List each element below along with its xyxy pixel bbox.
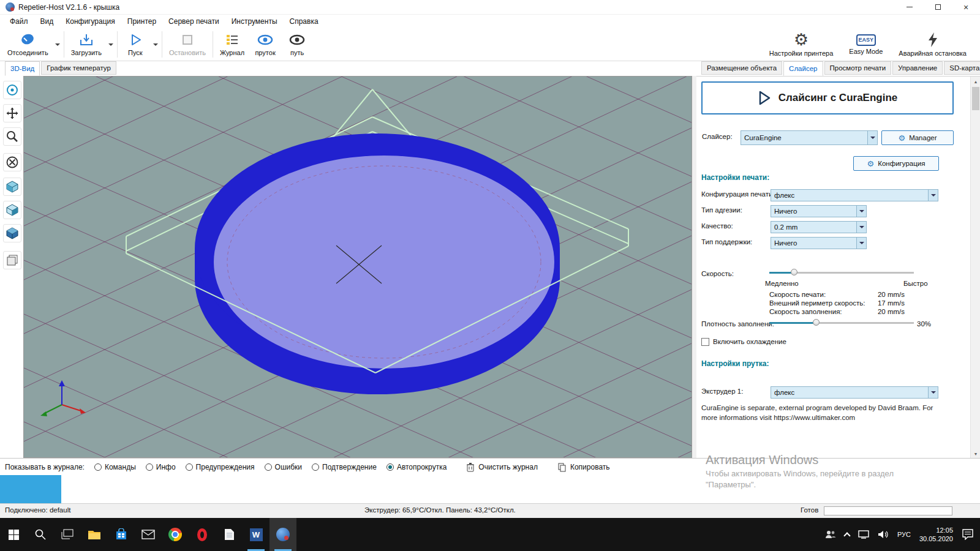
3d-scene	[24, 77, 692, 458]
network-icon[interactable]	[858, 530, 869, 539]
configuration-button[interactable]: ⚙ Конфигурация	[853, 156, 939, 171]
language-indicator[interactable]: РУС	[897, 531, 911, 538]
infill-slider-thumb[interactable]	[813, 319, 820, 326]
menu-view[interactable]: Вид	[34, 15, 60, 28]
hidden-icons-chevron[interactable]	[843, 532, 850, 539]
slicer-panel: Слайсинг с CuraEngine Слайсер: CuraEngin…	[696, 76, 980, 458]
chevron-down-icon[interactable]	[928, 190, 938, 201]
adhesion-select[interactable]: Ничего	[771, 205, 867, 217]
tab-print-preview[interactable]: Просмотр печати	[824, 61, 892, 75]
scroll-up-icon[interactable]: ▲	[971, 77, 980, 86]
tab-temperature-graph[interactable]: График температур	[41, 61, 116, 75]
panel-splitter[interactable]	[692, 76, 696, 458]
show-filament-button[interactable]: пруток	[249, 28, 281, 61]
scroll-down-icon[interactable]: ▼	[971, 449, 980, 459]
task-view-button[interactable]	[54, 518, 81, 551]
disconnect-button[interactable]: Отсоединить	[2, 28, 53, 61]
tab-object-placement[interactable]: Размещение объекта	[701, 61, 782, 75]
rotate-view-button[interactable]	[3, 81, 21, 99]
side-cube-icon	[6, 227, 19, 240]
print-config-select[interactable]: флекс	[771, 189, 938, 201]
infill-density-slider[interactable]	[769, 319, 914, 326]
tab-sd-card[interactable]: SD-карта	[944, 61, 980, 75]
panel-scrollbar[interactable]: ▲ ▼	[970, 77, 980, 459]
windows-taskbar: W РУС 12:05 30.05.2020	[0, 518, 980, 551]
load-button[interactable]: Загрузить	[66, 28, 107, 61]
repetier-host-button[interactable]	[270, 518, 296, 551]
volume-icon[interactable]	[878, 530, 889, 539]
front-view-button[interactable]	[3, 201, 21, 219]
menu-printer[interactable]: Принтер	[121, 15, 162, 28]
filter-errors[interactable]: Ошибки	[265, 463, 303, 471]
printed-object[interactable]	[195, 133, 560, 394]
minimize-button[interactable]	[895, 0, 924, 15]
menu-help[interactable]: Справка	[284, 15, 325, 28]
speed-slider[interactable]	[769, 269, 914, 276]
zoom-button[interactable]	[3, 127, 21, 146]
manager-button[interactable]: ⚙ Manager	[881, 130, 954, 145]
start-button[interactable]: Пуск	[119, 28, 151, 61]
printer-settings-button[interactable]: ⚙ Настройки принтера	[764, 28, 839, 61]
menu-config[interactable]: Конфигурация	[59, 15, 121, 28]
chevron-down-icon[interactable]	[856, 222, 866, 233]
app-icon	[6, 2, 15, 12]
chevron-down-icon[interactable]	[856, 206, 866, 217]
maximize-icon	[935, 4, 941, 10]
taskbar-search-button[interactable]	[27, 518, 54, 551]
mail-button[interactable]	[135, 518, 162, 551]
copy-log-button[interactable]: Копировать	[557, 462, 610, 472]
filter-ack[interactable]: Подтверждение	[312, 463, 377, 471]
notepad-button[interactable]	[216, 518, 243, 551]
chevron-down-icon[interactable]	[856, 238, 866, 249]
start-button[interactable]	[0, 518, 27, 551]
tab-manual-control[interactable]: Управление	[892, 61, 943, 75]
support-select[interactable]: Ничего	[771, 237, 867, 249]
scrollbar-thumb[interactable]	[972, 87, 979, 110]
isometric-view-button[interactable]	[3, 178, 21, 196]
load-dropdown[interactable]	[107, 28, 115, 61]
repetier-icon	[276, 528, 290, 541]
tab-slicer[interactable]: Слайсер	[783, 61, 823, 76]
3d-viewport[interactable]	[23, 76, 692, 458]
clear-log-button[interactable]: Очистить журнал	[466, 462, 538, 472]
show-travel-button[interactable]: путь	[281, 28, 313, 61]
filter-commands[interactable]: Команды	[94, 463, 136, 471]
center-object-button[interactable]	[3, 153, 21, 171]
log-output-area[interactable]	[0, 475, 980, 503]
easy-mode-button[interactable]: EASY Easy Mode	[844, 28, 888, 61]
log-toggle-button[interactable]: Журнал	[215, 28, 249, 61]
chevron-down-icon[interactable]	[928, 387, 938, 398]
start-dropdown[interactable]	[151, 28, 160, 61]
word-button[interactable]: W	[243, 518, 270, 551]
speed-slider-thumb[interactable]	[791, 269, 797, 276]
notifications-icon[interactable]	[962, 529, 974, 540]
ready-status: Готов	[801, 506, 818, 514]
slice-button[interactable]: Слайсинг с CuraEngine	[701, 81, 954, 114]
side-view-button[interactable]	[3, 224, 21, 242]
people-icon[interactable]	[825, 530, 836, 539]
tab-3d-view[interactable]: 3D-Вид	[5, 61, 40, 76]
menu-tools[interactable]: Инструменты	[225, 15, 284, 28]
menu-print-server[interactable]: Сервер печати	[162, 15, 225, 28]
emergency-stop-button[interactable]: Аварийная остановка	[894, 28, 971, 61]
chrome-button[interactable]	[162, 518, 189, 551]
disconnect-dropdown[interactable]	[53, 28, 62, 61]
layers-view-button[interactable]	[3, 251, 21, 269]
filter-warnings[interactable]: Предупреждения	[186, 463, 255, 471]
maximize-button[interactable]	[924, 0, 952, 15]
chevron-down-icon[interactable]	[867, 131, 877, 144]
taskbar-clock[interactable]: 12:05 30.05.2020	[919, 526, 953, 544]
close-button[interactable]: ×	[952, 0, 980, 15]
file-explorer-button[interactable]	[81, 518, 108, 551]
microsoft-store-button[interactable]	[108, 518, 135, 551]
opera-button[interactable]	[189, 518, 216, 551]
filter-info[interactable]: Инфо	[146, 463, 176, 471]
quality-select[interactable]: 0.2 mm	[771, 221, 867, 233]
menu-file[interactable]: Файл	[4, 15, 34, 28]
extruder-select[interactable]: флекс	[771, 386, 938, 399]
slicer-select[interactable]: CuraEngine	[741, 130, 878, 145]
center-cross-icon	[6, 156, 19, 169]
cooling-checkbox[interactable]	[701, 338, 709, 346]
move-view-button[interactable]	[3, 104, 21, 122]
filter-autoscroll[interactable]: Автопрокрутка	[386, 463, 447, 471]
